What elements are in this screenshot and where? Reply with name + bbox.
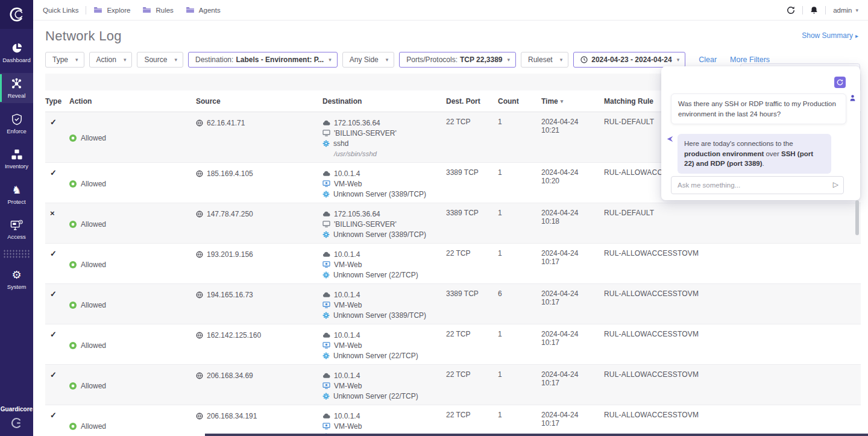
vertical-scrollbar-thumb[interactable] [855, 200, 859, 235]
action-cell: Allowed [69, 284, 196, 324]
action-cell: Allowed [69, 112, 196, 162]
ai-reset-button[interactable] [834, 77, 846, 88]
topnav-label: Explore [107, 7, 130, 14]
notifications-bell-button[interactable] [810, 6, 818, 14]
more-filters-link[interactable]: More Filters [730, 55, 770, 64]
filter-chip-ruleset[interactable]: Ruleset▾ [521, 52, 568, 68]
chat-input[interactable] [671, 176, 844, 194]
user-menu[interactable]: admin ▾ [833, 7, 858, 14]
source-cell: 194.165.16.73 [196, 284, 322, 324]
destination-label: Unknown Server (3389/TCP) [333, 230, 426, 239]
show-summary-link[interactable]: Show Summary ▸ [802, 31, 858, 40]
service-icon [322, 140, 330, 147]
topnav-rules[interactable]: Rules [142, 7, 173, 14]
table-row[interactable]: ✓Allowed194.165.16.7310.0.1.4VM-WebUnkno… [45, 284, 861, 324]
table-row[interactable]: ×Allowed147.78.47.250172.105.36.64'BILLI… [45, 203, 861, 244]
destination-label: 'BILLING-SERVER' [334, 129, 397, 137]
type-cell: ✓ [45, 405, 69, 436]
column-header-time[interactable]: Time▾ [541, 90, 604, 112]
filter-bar: Type▾Action▾Source▾Destination:Labels - … [45, 52, 861, 68]
chevron-down-icon: ▾ [124, 57, 127, 63]
service-icon [322, 352, 330, 359]
globe-icon [196, 372, 203, 379]
sidebar-item-system[interactable]: ⚙System [0, 264, 33, 294]
sidebar: DashboardRevealEnforceInventory♞ProtectA… [0, 0, 33, 436]
column-header-count[interactable]: Count [498, 90, 541, 112]
allowed-status-icon [69, 382, 77, 390]
monitor-icon [322, 221, 330, 227]
filter-chip-destination[interactable]: Destination:Labels - Environment: P...▾ [188, 52, 338, 68]
check-icon: ✓ [50, 168, 57, 177]
filter-label: Any Side [350, 55, 379, 64]
column-header-source[interactable]: Source [196, 90, 322, 112]
cloud-icon [322, 413, 330, 419]
destination-label: 172.105.36.64 [334, 210, 380, 218]
filter-chip-source[interactable]: Source▾ [137, 52, 183, 68]
sidebar-item-access[interactable]: Access [0, 215, 33, 244]
globe-icon [196, 210, 203, 218]
column-header-destination[interactable]: Destination [322, 90, 446, 112]
matching-rule-cell: RUL-ALLOWACCESSTOVM [604, 405, 861, 436]
column-header-dest_port[interactable]: Dest. Port [446, 90, 498, 112]
table-row[interactable]: ✓Allowed206.168.34.6910.0.1.4VM-WebUnkno… [45, 365, 861, 405]
topnav-label: Rules [156, 7, 173, 14]
quick-links[interactable]: Quick Links [43, 7, 78, 14]
topnav-agents[interactable]: Agents [186, 7, 221, 14]
destination-label: VM-Web [334, 341, 362, 350]
filter-chip-date-range[interactable]: 2024-04-23 - 2024-04-24▾ [573, 52, 685, 68]
chevron-down-icon: ▾ [855, 7, 858, 13]
table-row[interactable]: ✓Allowed206.168.34.19110.0.1.4VM-WebUnkn… [45, 405, 861, 436]
folder-icon [186, 7, 195, 13]
allowed-status-icon [69, 423, 77, 430]
destination-label: 10.0.1.4 [334, 169, 360, 178]
sidebar-item-enforce[interactable]: Enforce [0, 109, 33, 139]
sidebar-item-reveal[interactable]: Reveal [0, 73, 33, 103]
column-header-action[interactable]: Action [69, 90, 196, 112]
table-row[interactable]: ✓Allowed193.201.9.15610.0.1.4VM-WebUnkno… [45, 244, 861, 284]
folder-icon [93, 7, 102, 13]
destination-cell: 172.105.36.64'BILLING-SERVER'Unknown Ser… [322, 203, 446, 243]
guardicore-logo-small [11, 417, 22, 429]
reset-icon [837, 79, 843, 86]
column-header-type[interactable]: Type [45, 90, 69, 112]
horizontal-scrollbar-thumb[interactable] [205, 434, 868, 436]
service-icon [322, 191, 330, 198]
table-row[interactable]: ✓Allowed162.142.125.16010.0.1.4VM-WebUnk… [45, 324, 861, 365]
action-cell: Allowed [69, 405, 196, 436]
filter-chip-action[interactable]: Action▾ [89, 52, 133, 68]
guardicore-logo[interactable] [0, 0, 33, 29]
action-cell: Allowed [69, 244, 196, 283]
source-cell: 147.78.47.250 [196, 203, 322, 243]
destination-label: 'BILLING-SERVER' [334, 220, 397, 229]
dest-port-cell: 22 TCP [446, 324, 498, 364]
chevron-down-icon: ▾ [677, 57, 680, 63]
sidebar-item-inventory[interactable]: Inventory [0, 144, 33, 174]
chevron-down-icon: ▾ [386, 57, 389, 63]
globe-icon [196, 251, 203, 258]
destination-label: VM-Web [334, 382, 362, 390]
destination-label: 10.0.1.4 [334, 412, 360, 420]
topnav-explore[interactable]: Explore [93, 7, 130, 14]
sidebar-item-label: Inventory [5, 163, 28, 169]
allowed-status-icon [69, 302, 77, 309]
filter-label: Source [144, 55, 167, 64]
sidebar-item-dashboard[interactable]: Dashboard [0, 37, 33, 68]
guardicore-swirl-icon [9, 7, 25, 22]
destination-label: 10.0.1.4 [334, 291, 360, 299]
sort-desc-icon: ▾ [561, 98, 564, 104]
dest-port-cell: 3389 TCP [446, 203, 498, 243]
send-icon[interactable]: ▷ [833, 180, 838, 189]
sidebar-item-protect[interactable]: ♞Protect [0, 179, 33, 209]
dest-port-cell: 22 TCP [446, 365, 498, 405]
filter-chip-any-side[interactable]: Any Side▾ [342, 52, 395, 68]
destination-cell: 10.0.1.4VM-WebUnknown Server (22/TCP) [322, 244, 446, 283]
clear-filters-link[interactable]: Clear [699, 55, 717, 64]
count-cell: 1 [498, 244, 541, 283]
filter-chip-ports-protocols[interactable]: Ports/Protocols:TCP 22,3389▾ [399, 52, 516, 68]
check-icon: ✓ [50, 330, 57, 339]
globe-icon [196, 119, 203, 127]
filter-value: 2024-04-23 - 2024-04-24 [591, 55, 671, 64]
filter-chip-type[interactable]: Type▾ [45, 52, 84, 68]
refresh-button[interactable] [787, 6, 795, 14]
time-cell: 2024-04-2410:17 [541, 244, 604, 283]
